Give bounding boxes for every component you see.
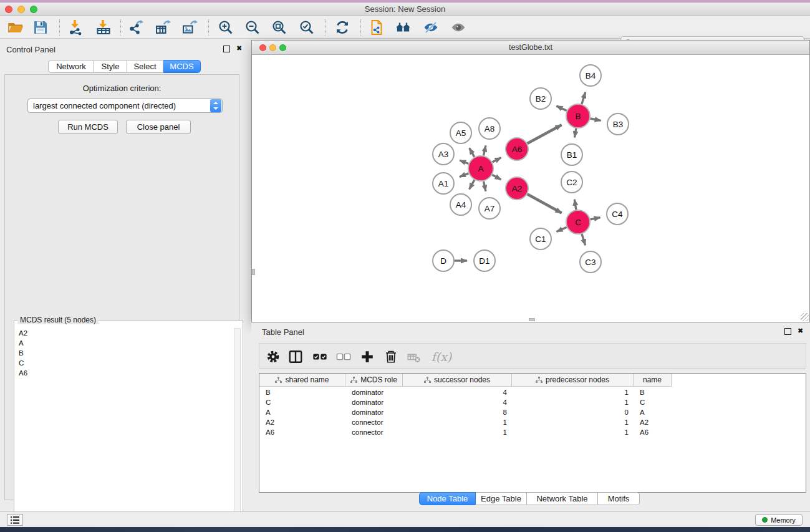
edge-A-A8[interactable]: [483, 145, 486, 155]
result-item[interactable]: B: [16, 348, 233, 358]
refresh-layout-button[interactable]: [333, 19, 352, 36]
node-A1[interactable]: A1: [433, 173, 454, 194]
cell-predecessor-nodes[interactable]: 1: [512, 397, 634, 407]
node-A[interactable]: A: [468, 156, 493, 181]
edge-C-C2[interactable]: [574, 200, 576, 210]
zoom-fit-button[interactable]: [270, 19, 289, 36]
tab-mcds[interactable]: MCDS: [163, 60, 201, 73]
tab-network[interactable]: Network: [48, 60, 94, 73]
zoom-in-button[interactable]: [216, 19, 235, 36]
edge-C-C1[interactable]: [557, 227, 567, 231]
close-panel-icon[interactable]: ✖: [235, 44, 243, 52]
table-float-icon[interactable]: [784, 328, 793, 336]
result-item[interactable]: C: [16, 358, 233, 368]
add-column-button[interactable]: [359, 348, 376, 365]
export-network-button[interactable]: [127, 19, 145, 36]
node-A6[interactable]: A6: [506, 138, 528, 160]
node-A5[interactable]: A5: [450, 122, 471, 143]
column-header-successor-nodes[interactable]: successor nodes: [403, 374, 512, 386]
node-C4[interactable]: C4: [607, 203, 628, 225]
cell-name[interactable]: A2: [634, 417, 672, 427]
edge-C-C4[interactable]: [591, 218, 600, 220]
cell-successor-nodes[interactable]: 1: [403, 427, 512, 437]
cell-shared-name[interactable]: A2: [259, 417, 345, 427]
table-row[interactable]: A2connector11A2: [259, 417, 806, 427]
tab-edge-table[interactable]: Edge Table: [476, 492, 527, 505]
table-row[interactable]: Adominator80A: [259, 407, 806, 417]
table-row[interactable]: A6connector11A6: [259, 427, 806, 437]
edge-A-A1[interactable]: [460, 173, 469, 177]
deselect-all-button[interactable]: [335, 348, 352, 365]
cell-mcds-role[interactable]: connector: [345, 417, 403, 427]
edge-A6-B[interactable]: [528, 125, 562, 143]
vertical-scroll-thumb[interactable]: [252, 269, 255, 275]
column-header-shared-name[interactable]: shared name: [259, 374, 345, 386]
criterion-dropdown[interactable]: largest connected component (directed): [27, 99, 223, 113]
node-B3[interactable]: B3: [607, 114, 629, 135]
edge-A-A2[interactable]: [492, 175, 501, 180]
task-history-button[interactable]: [7, 514, 23, 526]
import-network-button[interactable]: [66, 19, 85, 36]
import-table-button[interactable]: [94, 19, 113, 36]
select-all-button[interactable]: [311, 348, 329, 365]
edge-A2-C[interactable]: [528, 194, 562, 213]
close-panel-button[interactable]: Close panel: [126, 120, 191, 134]
result-item[interactable]: A2: [16, 328, 233, 338]
tab-motifs[interactable]: Motifs: [598, 492, 640, 505]
cell-successor-nodes[interactable]: 4: [403, 397, 512, 407]
result-item[interactable]: A: [16, 338, 233, 348]
cell-predecessor-nodes[interactable]: 1: [512, 387, 634, 397]
cell-name[interactable]: A6: [634, 427, 672, 437]
node-D[interactable]: D: [433, 250, 454, 271]
node-B1[interactable]: B1: [561, 144, 582, 165]
cell-name[interactable]: A: [634, 407, 672, 417]
node-C[interactable]: C: [566, 210, 590, 234]
network-canvas[interactable]: B4B2BB3A8A5A6A3B1AA1C2A2A4A7C4CC1DD1C3: [252, 55, 809, 322]
cell-mcds-role[interactable]: dominator: [345, 387, 403, 397]
open-in-cloud-button[interactable]: [367, 19, 386, 36]
gear-button[interactable]: [264, 348, 282, 365]
cell-predecessor-nodes[interactable]: 1: [512, 427, 634, 437]
delete-table-button[interactable]: [405, 348, 423, 365]
cell-mcds-role[interactable]: dominator: [345, 397, 403, 407]
edge-A-A6[interactable]: [493, 158, 501, 162]
cell-mcds-role[interactable]: connector: [345, 427, 403, 437]
node-A3[interactable]: A3: [433, 143, 454, 165]
columns-button[interactable]: [287, 348, 304, 365]
zoom-out-button[interactable]: [243, 19, 262, 36]
cell-name[interactable]: C: [634, 397, 672, 407]
node-table[interactable]: shared nameMCDS rolesuccessor nodesprede…: [259, 373, 806, 493]
show-all-button[interactable]: [449, 19, 468, 36]
node-B4[interactable]: B4: [580, 65, 601, 86]
export-table-button[interactable]: [153, 19, 172, 36]
result-item[interactable]: A6: [16, 368, 233, 378]
edge-B-B4[interactable]: [582, 92, 586, 104]
edge-A-A4[interactable]: [470, 180, 475, 189]
delete-button[interactable]: [382, 348, 400, 365]
zoom-selected-button[interactable]: [297, 19, 316, 36]
table-close-icon[interactable]: ✖: [796, 327, 804, 335]
open-session-button[interactable]: [6, 19, 25, 36]
hide-selected-button[interactable]: [422, 19, 440, 36]
node-B[interactable]: B: [566, 104, 590, 128]
export-image-button[interactable]: [180, 19, 199, 36]
save-session-button[interactable]: [31, 19, 50, 36]
column-header-name[interactable]: name: [634, 374, 672, 386]
edge-A-A5[interactable]: [470, 148, 475, 157]
cell-mcds-role[interactable]: dominator: [345, 407, 403, 417]
edge-B-B2[interactable]: [556, 106, 567, 111]
cell-name[interactable]: B: [634, 387, 672, 397]
table-row[interactable]: Bdominator41B: [259, 387, 806, 397]
node-C3[interactable]: C3: [580, 251, 601, 273]
tab-network-table[interactable]: Network Table: [527, 492, 598, 505]
node-A4[interactable]: A4: [450, 194, 471, 215]
node-A7[interactable]: A7: [479, 198, 500, 219]
horizontal-scroll-thumb[interactable]: [529, 318, 535, 321]
cell-successor-nodes[interactable]: 4: [403, 387, 512, 397]
node-C2[interactable]: C2: [561, 172, 582, 193]
node-A8[interactable]: A8: [479, 118, 500, 139]
edge-B-B1[interactable]: [574, 128, 576, 138]
node-C1[interactable]: C1: [530, 228, 551, 249]
memory-button[interactable]: Memory: [755, 514, 803, 526]
run-mcds-button[interactable]: Run MCDS: [58, 120, 118, 134]
